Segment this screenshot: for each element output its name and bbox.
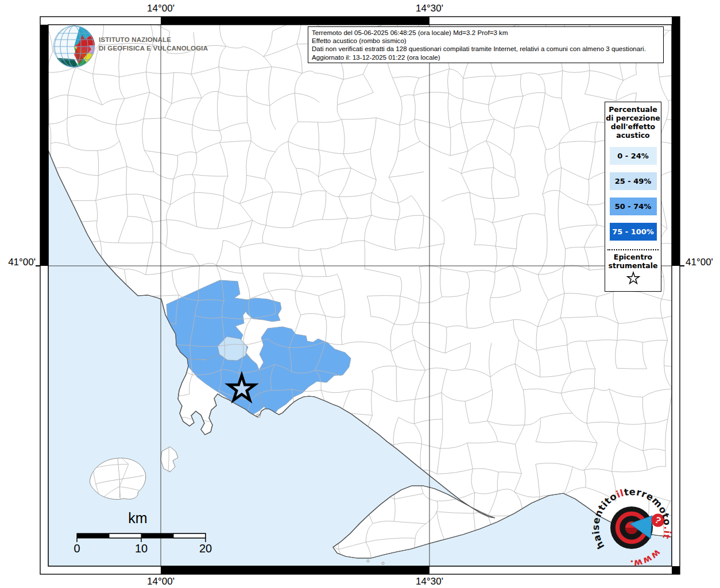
scale-tick-20: 20 <box>199 542 212 555</box>
legend-swatch-75-100: 75 - 100% <box>610 223 657 241</box>
event-updated: Aggiornato il: 13-12-2025 01:22 (ora loc… <box>312 53 660 61</box>
axis-label-top-14-30: 14°30' <box>416 3 443 14</box>
ingv-line1: ISTITUTO NAZIONALE <box>99 36 208 44</box>
axis-label-left-41-00: 41°00' <box>1 257 36 268</box>
ingv-globe-icon <box>53 26 95 67</box>
scale-tick-0: 0 <box>73 542 80 555</box>
ingv-wordmark: ISTITUTO NAZIONALE DI GEOFISICA E VULCAN… <box>99 36 208 52</box>
ingv-macroseismic-map-page: ? haisentitoilterremoto.it www. <box>0 0 720 588</box>
legend-title: Percentuale di percezione dell'effetto a… <box>605 102 661 140</box>
islet-dot <box>382 562 384 564</box>
islet-dot <box>367 560 369 562</box>
legend-box: Percentuale di percezione dell'effetto a… <box>605 102 661 292</box>
scale-unit-label: km <box>128 510 147 527</box>
legend-swatch-25-49: 25 - 49% <box>610 172 657 190</box>
legend-swatch-50-74: 50 - 74% <box>610 198 657 215</box>
scale-tick-10: 10 <box>135 542 148 555</box>
event-info-box: Terremoto del 05-06-2025 06:48:25 (ora l… <box>308 26 664 63</box>
ingv-line2: DI GEOFISICA E VULCANOLOGIA <box>99 44 208 53</box>
legend-epicenter-line1: Epicentro <box>605 253 661 261</box>
legend-star-icon <box>605 271 661 287</box>
legend-epicenter-line2: strumentale <box>605 261 661 270</box>
map-canvas: ? haisentitoilterremoto.it www. <box>0 0 720 588</box>
axis-label-bottom-14-00: 14°00' <box>147 576 175 587</box>
axis-label-bottom-14-30: 14°30' <box>416 576 443 587</box>
axis-label-top-14-00: 14°00' <box>147 3 175 14</box>
event-effect: Effetto acustico (rombo sismico) <box>312 37 660 45</box>
event-data-note: Dati non verificati estratti da 128 ques… <box>312 45 660 53</box>
event-summary: Terremoto del 05-06-2025 06:48:25 (ora l… <box>312 29 660 37</box>
legend-divider <box>607 249 659 250</box>
legend-swatch-0-24: 0 - 24% <box>610 147 657 165</box>
axis-label-right-41-00: 41°00' <box>686 257 713 268</box>
